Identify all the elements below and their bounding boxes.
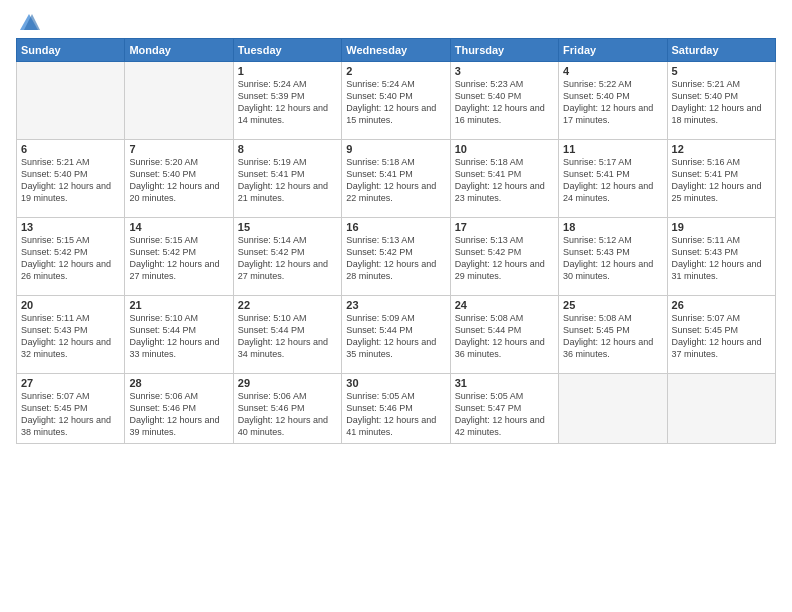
- calendar-cell: [17, 62, 125, 140]
- calendar-cell: 18Sunrise: 5:12 AM Sunset: 5:43 PM Dayli…: [559, 218, 667, 296]
- day-number: 6: [21, 143, 120, 155]
- day-number: 15: [238, 221, 337, 233]
- day-info: Sunrise: 5:14 AM Sunset: 5:42 PM Dayligh…: [238, 234, 337, 283]
- day-number: 26: [672, 299, 771, 311]
- day-number: 13: [21, 221, 120, 233]
- day-number: 31: [455, 377, 554, 389]
- page: SundayMondayTuesdayWednesdayThursdayFrid…: [0, 0, 792, 612]
- day-info: Sunrise: 5:07 AM Sunset: 5:45 PM Dayligh…: [21, 390, 120, 439]
- day-number: 17: [455, 221, 554, 233]
- day-number: 19: [672, 221, 771, 233]
- weekday-header-sunday: Sunday: [17, 39, 125, 62]
- day-info: Sunrise: 5:08 AM Sunset: 5:44 PM Dayligh…: [455, 312, 554, 361]
- day-info: Sunrise: 5:10 AM Sunset: 5:44 PM Dayligh…: [238, 312, 337, 361]
- calendar-cell: 1Sunrise: 5:24 AM Sunset: 5:39 PM Daylig…: [233, 62, 341, 140]
- calendar-cell: [667, 374, 775, 444]
- week-row-1: 1Sunrise: 5:24 AM Sunset: 5:39 PM Daylig…: [17, 62, 776, 140]
- day-info: Sunrise: 5:21 AM Sunset: 5:40 PM Dayligh…: [672, 78, 771, 127]
- calendar-cell: 19Sunrise: 5:11 AM Sunset: 5:43 PM Dayli…: [667, 218, 775, 296]
- day-info: Sunrise: 5:12 AM Sunset: 5:43 PM Dayligh…: [563, 234, 662, 283]
- day-number: 7: [129, 143, 228, 155]
- day-number: 10: [455, 143, 554, 155]
- day-number: 9: [346, 143, 445, 155]
- day-info: Sunrise: 5:22 AM Sunset: 5:40 PM Dayligh…: [563, 78, 662, 127]
- calendar-cell: 22Sunrise: 5:10 AM Sunset: 5:44 PM Dayli…: [233, 296, 341, 374]
- day-number: 28: [129, 377, 228, 389]
- calendar-cell: 24Sunrise: 5:08 AM Sunset: 5:44 PM Dayli…: [450, 296, 558, 374]
- day-info: Sunrise: 5:18 AM Sunset: 5:41 PM Dayligh…: [346, 156, 445, 205]
- day-info: Sunrise: 5:18 AM Sunset: 5:41 PM Dayligh…: [455, 156, 554, 205]
- day-info: Sunrise: 5:19 AM Sunset: 5:41 PM Dayligh…: [238, 156, 337, 205]
- day-number: 1: [238, 65, 337, 77]
- calendar-cell: 4Sunrise: 5:22 AM Sunset: 5:40 PM Daylig…: [559, 62, 667, 140]
- weekday-header-monday: Monday: [125, 39, 233, 62]
- calendar-cell: 28Sunrise: 5:06 AM Sunset: 5:46 PM Dayli…: [125, 374, 233, 444]
- day-number: 18: [563, 221, 662, 233]
- calendar-cell: 12Sunrise: 5:16 AM Sunset: 5:41 PM Dayli…: [667, 140, 775, 218]
- calendar-cell: [559, 374, 667, 444]
- calendar-cell: 23Sunrise: 5:09 AM Sunset: 5:44 PM Dayli…: [342, 296, 450, 374]
- day-info: Sunrise: 5:13 AM Sunset: 5:42 PM Dayligh…: [455, 234, 554, 283]
- day-number: 5: [672, 65, 771, 77]
- day-number: 11: [563, 143, 662, 155]
- calendar-cell: 7Sunrise: 5:20 AM Sunset: 5:40 PM Daylig…: [125, 140, 233, 218]
- calendar-cell: 8Sunrise: 5:19 AM Sunset: 5:41 PM Daylig…: [233, 140, 341, 218]
- weekday-header-friday: Friday: [559, 39, 667, 62]
- weekday-header-wednesday: Wednesday: [342, 39, 450, 62]
- day-info: Sunrise: 5:06 AM Sunset: 5:46 PM Dayligh…: [238, 390, 337, 439]
- day-info: Sunrise: 5:10 AM Sunset: 5:44 PM Dayligh…: [129, 312, 228, 361]
- calendar-cell: 17Sunrise: 5:13 AM Sunset: 5:42 PM Dayli…: [450, 218, 558, 296]
- day-info: Sunrise: 5:17 AM Sunset: 5:41 PM Dayligh…: [563, 156, 662, 205]
- calendar-cell: 31Sunrise: 5:05 AM Sunset: 5:47 PM Dayli…: [450, 374, 558, 444]
- week-row-4: 20Sunrise: 5:11 AM Sunset: 5:43 PM Dayli…: [17, 296, 776, 374]
- day-number: 8: [238, 143, 337, 155]
- day-number: 25: [563, 299, 662, 311]
- day-info: Sunrise: 5:08 AM Sunset: 5:45 PM Dayligh…: [563, 312, 662, 361]
- calendar-cell: 30Sunrise: 5:05 AM Sunset: 5:46 PM Dayli…: [342, 374, 450, 444]
- calendar-cell: 2Sunrise: 5:24 AM Sunset: 5:40 PM Daylig…: [342, 62, 450, 140]
- calendar-cell: 6Sunrise: 5:21 AM Sunset: 5:40 PM Daylig…: [17, 140, 125, 218]
- day-number: 27: [21, 377, 120, 389]
- calendar-cell: 10Sunrise: 5:18 AM Sunset: 5:41 PM Dayli…: [450, 140, 558, 218]
- calendar-cell: 27Sunrise: 5:07 AM Sunset: 5:45 PM Dayli…: [17, 374, 125, 444]
- day-info: Sunrise: 5:05 AM Sunset: 5:47 PM Dayligh…: [455, 390, 554, 439]
- day-info: Sunrise: 5:21 AM Sunset: 5:40 PM Dayligh…: [21, 156, 120, 205]
- week-row-3: 13Sunrise: 5:15 AM Sunset: 5:42 PM Dayli…: [17, 218, 776, 296]
- calendar-cell: 16Sunrise: 5:13 AM Sunset: 5:42 PM Dayli…: [342, 218, 450, 296]
- day-number: 3: [455, 65, 554, 77]
- logo-icon: [18, 12, 40, 34]
- day-number: 29: [238, 377, 337, 389]
- calendar-cell: 5Sunrise: 5:21 AM Sunset: 5:40 PM Daylig…: [667, 62, 775, 140]
- day-info: Sunrise: 5:05 AM Sunset: 5:46 PM Dayligh…: [346, 390, 445, 439]
- calendar-cell: [125, 62, 233, 140]
- weekday-header-thursday: Thursday: [450, 39, 558, 62]
- day-info: Sunrise: 5:24 AM Sunset: 5:39 PM Dayligh…: [238, 78, 337, 127]
- calendar-header: SundayMondayTuesdayWednesdayThursdayFrid…: [17, 39, 776, 62]
- day-info: Sunrise: 5:11 AM Sunset: 5:43 PM Dayligh…: [21, 312, 120, 361]
- calendar-cell: 29Sunrise: 5:06 AM Sunset: 5:46 PM Dayli…: [233, 374, 341, 444]
- day-number: 22: [238, 299, 337, 311]
- day-number: 30: [346, 377, 445, 389]
- weekday-header-row: SundayMondayTuesdayWednesdayThursdayFrid…: [17, 39, 776, 62]
- day-number: 20: [21, 299, 120, 311]
- calendar-table: SundayMondayTuesdayWednesdayThursdayFrid…: [16, 38, 776, 444]
- day-info: Sunrise: 5:09 AM Sunset: 5:44 PM Dayligh…: [346, 312, 445, 361]
- weekday-header-tuesday: Tuesday: [233, 39, 341, 62]
- day-info: Sunrise: 5:23 AM Sunset: 5:40 PM Dayligh…: [455, 78, 554, 127]
- calendar-body: 1Sunrise: 5:24 AM Sunset: 5:39 PM Daylig…: [17, 62, 776, 444]
- day-number: 14: [129, 221, 228, 233]
- day-info: Sunrise: 5:07 AM Sunset: 5:45 PM Dayligh…: [672, 312, 771, 361]
- calendar-cell: 25Sunrise: 5:08 AM Sunset: 5:45 PM Dayli…: [559, 296, 667, 374]
- day-info: Sunrise: 5:15 AM Sunset: 5:42 PM Dayligh…: [129, 234, 228, 283]
- day-number: 24: [455, 299, 554, 311]
- day-info: Sunrise: 5:20 AM Sunset: 5:40 PM Dayligh…: [129, 156, 228, 205]
- weekday-header-saturday: Saturday: [667, 39, 775, 62]
- calendar-cell: 26Sunrise: 5:07 AM Sunset: 5:45 PM Dayli…: [667, 296, 775, 374]
- day-number: 21: [129, 299, 228, 311]
- day-info: Sunrise: 5:15 AM Sunset: 5:42 PM Dayligh…: [21, 234, 120, 283]
- day-number: 16: [346, 221, 445, 233]
- week-row-2: 6Sunrise: 5:21 AM Sunset: 5:40 PM Daylig…: [17, 140, 776, 218]
- calendar-cell: 11Sunrise: 5:17 AM Sunset: 5:41 PM Dayli…: [559, 140, 667, 218]
- logo: [16, 14, 40, 30]
- header: [16, 14, 776, 30]
